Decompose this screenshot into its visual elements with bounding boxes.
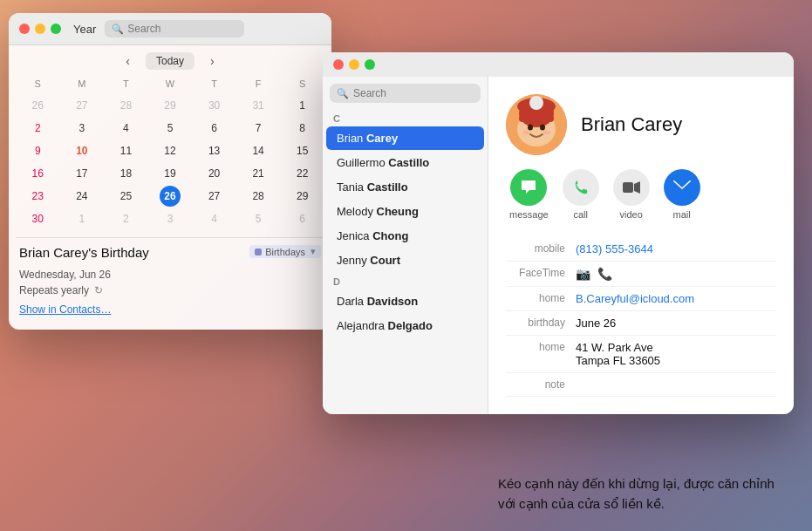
contacts-search-input[interactable]	[353, 87, 474, 99]
contact-first-name: Jenny	[337, 254, 370, 267]
contact-item-brian-carey[interactable]: Brian Carey	[326, 126, 484, 150]
cal-day[interactable]: 2	[27, 118, 48, 139]
video-action-button[interactable]: video	[613, 169, 650, 220]
prev-month-button[interactable]: ‹	[120, 52, 135, 70]
cal-day[interactable]: 21	[248, 163, 269, 184]
event-date: Wednesday, Jun 26	[19, 269, 321, 281]
contacts-sidebar: 🔍 C Brian Carey Guillermo Castillo Tania…	[323, 77, 488, 414]
today-button[interactable]: Today	[146, 52, 194, 70]
contact-detail-panel: Brian Carey message call	[488, 77, 794, 414]
contacts-search-box[interactable]: 🔍	[330, 84, 481, 103]
show-in-contacts-link[interactable]: Show in Contacts…	[19, 303, 321, 316]
calendar-search-input[interactable]	[127, 23, 237, 35]
cal-day[interactable]: 26	[27, 95, 48, 116]
cal-day[interactable]: 3	[160, 208, 181, 229]
cal-day[interactable]: 18	[115, 163, 136, 184]
cal-day[interactable]: 20	[204, 163, 225, 184]
cal-day[interactable]: 6	[292, 208, 313, 229]
cal-day[interactable]: 17	[72, 163, 92, 184]
cal-day[interactable]: 4	[115, 118, 136, 139]
cal-day[interactable]: 19	[160, 163, 181, 184]
cal-day[interactable]: 1	[72, 208, 92, 229]
cal-day[interactable]: 29	[292, 186, 313, 207]
info-row-facetime: FaceTime 📷 📞	[506, 262, 776, 287]
cal-day[interactable]: 8	[292, 118, 313, 139]
contact-avatar	[506, 94, 567, 155]
close-button[interactable]	[19, 24, 30, 34]
cal-day[interactable]: 1	[292, 95, 313, 116]
message-action-label: message	[509, 209, 549, 220]
message-icon	[520, 179, 537, 196]
contacts-maximize-button[interactable]	[365, 59, 375, 70]
cal-day[interactable]: 28	[248, 186, 269, 207]
contact-item-melody-cheung[interactable]: Melody Cheung	[326, 200, 484, 223]
contacts-minimize-button[interactable]	[349, 59, 359, 70]
cal-day[interactable]: 22	[292, 163, 313, 184]
calendar-search-box[interactable]: 🔍	[105, 20, 244, 37]
cal-day[interactable]: 29	[160, 95, 181, 116]
next-month-button[interactable]: ›	[205, 52, 220, 70]
call-action-label: call	[573, 209, 588, 220]
event-repeat: Repeats yearly ↻	[19, 284, 321, 296]
info-value-facetime: 📷 📞	[576, 262, 776, 287]
message-action-button[interactable]: message	[509, 169, 549, 220]
weekday-sat: S	[280, 77, 324, 91]
cal-day[interactable]: 14	[248, 140, 269, 161]
maximize-button[interactable]	[51, 24, 61, 34]
calendar-dropdown-icon[interactable]: ▾	[310, 246, 316, 257]
contact-item-jenica-chong[interactable]: Jenica Chong	[326, 224, 484, 248]
cal-day[interactable]: 5	[248, 208, 269, 229]
contact-last-name: Castillo	[388, 156, 429, 169]
cal-day[interactable]: 24	[72, 186, 92, 207]
contact-name: Brian Carey	[581, 113, 682, 136]
cal-day[interactable]: 30	[27, 208, 48, 229]
cal-day[interactable]: 16	[27, 163, 48, 184]
cal-day[interactable]: 15	[292, 140, 313, 161]
cal-day[interactable]: 25	[115, 186, 136, 207]
contact-item-darla-davidson[interactable]: Darla Davidson	[326, 289, 484, 313]
cal-day[interactable]: 23	[27, 186, 48, 207]
cal-day[interactable]: 9	[27, 140, 48, 161]
contact-item-tania-castillo[interactable]: Tania Castillo	[326, 175, 484, 199]
contact-item-guillermo-castillo[interactable]: Guillermo Castillo	[326, 151, 484, 174]
contact-item-jenny-court[interactable]: Jenny Court	[326, 248, 484, 272]
info-row-email: home B.Careyful@icloud.com	[506, 287, 776, 311]
cal-day-today[interactable]: 26	[160, 186, 181, 207]
info-value-mobile[interactable]: (813) 555-3644	[576, 237, 776, 262]
cal-day[interactable]: 4	[204, 208, 225, 229]
cal-day[interactable]: 7	[248, 118, 269, 139]
mail-action-button[interactable]: mail	[664, 169, 700, 220]
call-action-button[interactable]: call	[563, 169, 599, 220]
cal-day[interactable]: 31	[248, 95, 269, 116]
cal-day[interactable]: 3	[72, 118, 92, 139]
cal-day[interactable]: 12	[160, 140, 181, 161]
cal-day[interactable]: 11	[115, 140, 136, 161]
cal-day[interactable]: 13	[204, 140, 225, 161]
video-icon	[623, 180, 640, 194]
contact-item-alejandra-delgado[interactable]: Alejandra Delgado	[326, 314, 484, 337]
group-label-c: C	[323, 110, 488, 126]
contact-first-name: Alejandra	[337, 319, 388, 332]
contact-last-name: Chong	[372, 229, 408, 242]
info-value-email[interactable]: B.Careyful@icloud.com	[576, 287, 776, 311]
info-row-address: home 41 W. Park AveTampa FL 33605	[506, 336, 776, 373]
cal-day[interactable]: 6	[204, 118, 225, 139]
minimize-button[interactable]	[35, 24, 45, 34]
cal-day[interactable]: 2	[115, 208, 136, 229]
calendar-body: ‹ Today › S M T W T F S 26 27 28 29 30 3…	[9, 45, 331, 330]
contacts-close-button[interactable]	[333, 59, 344, 70]
facetime-audio-icon[interactable]: 📞	[597, 267, 612, 281]
caption-text: Kéo cạnh này đến khi dừng lại, được căn …	[498, 476, 774, 511]
weekday-sun: S	[16, 77, 60, 91]
cal-day[interactable]: 5	[160, 118, 181, 139]
contact-last-name: Delgado	[388, 319, 433, 332]
cal-day[interactable]: 10	[72, 140, 92, 161]
cal-day[interactable]: 30	[204, 95, 225, 116]
cal-day[interactable]: 27	[204, 186, 225, 207]
cal-day[interactable]: 28	[115, 95, 136, 116]
svg-point-8	[522, 131, 529, 135]
facetime-video-icon[interactable]: 📷	[576, 267, 590, 281]
cal-day[interactable]: 27	[72, 95, 92, 116]
weekday-thu: T	[192, 77, 236, 91]
contact-first-name: Guillermo	[337, 156, 388, 169]
